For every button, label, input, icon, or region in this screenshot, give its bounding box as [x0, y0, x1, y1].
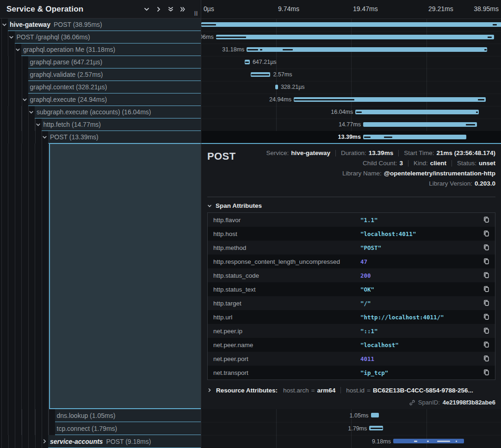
- timeline-row[interactable]: 9.18ms: [201, 435, 501, 448]
- span-attributes-header[interactable]: Span Attributes: [207, 202, 495, 209]
- chevron-down-icon: [207, 204, 212, 208]
- child-span-marker: [384, 137, 392, 138]
- tick-label: 29.21ms: [428, 5, 453, 12]
- attribute-value: "1.1": [360, 217, 483, 224]
- timeline-row[interactable]: 328.21µs: [201, 81, 501, 94]
- tree-row[interactable]: graphql.operation Me (31.18ms): [0, 44, 201, 56]
- tree-row[interactable]: graphql.context (328.21µs): [0, 81, 201, 93]
- timeline-row[interactable]: [201, 19, 501, 31]
- tree-row[interactable]: service-accountsPOST (9.18ms): [0, 435, 201, 448]
- span-bar[interactable]: [275, 85, 278, 89]
- span-bar[interactable]: [371, 413, 379, 417]
- copy-icon[interactable]: [483, 286, 490, 293]
- copy-icon[interactable]: [483, 313, 490, 321]
- start-time-value: 21ms (23:56:48.174): [436, 149, 495, 156]
- duration-label: 36.06ms: [201, 31, 214, 44]
- span-name: dns.lookup (1.05ms): [55, 409, 201, 422]
- timeline-row[interactable]: 36.06ms: [201, 31, 501, 44]
- tree-row[interactable]: dns.lookup (1.05ms): [0, 409, 201, 422]
- timeline-row[interactable]: 647.21µs: [201, 56, 501, 69]
- duration-label: 14.77ms: [339, 118, 361, 131]
- timeline-row[interactable]: 24.94ms: [201, 93, 501, 106]
- span-bar[interactable]: [363, 135, 466, 139]
- copy-icon[interactable]: [483, 216, 490, 224]
- duration-label: 16.04ms: [331, 106, 353, 118]
- attribute-row: http.target"/": [208, 296, 495, 310]
- duration-label: 9.18ms: [372, 435, 391, 448]
- copy-icon[interactable]: [483, 355, 490, 362]
- span-name: http.fetch (14.77ms): [42, 118, 201, 131]
- attribute-key: net.peer.name: [213, 342, 360, 348]
- tick-label: 38.95ms: [474, 5, 499, 12]
- timeline-row[interactable]: 1.05ms: [201, 409, 501, 423]
- duration-label: Duration:: [341, 149, 366, 156]
- operation-label: graphql.validate (2.57ms): [30, 71, 103, 78]
- child-span-marker: [478, 99, 484, 100]
- child-span-marker: [493, 24, 497, 25]
- tree-row[interactable]: POST /graphql (36.06ms): [0, 31, 201, 44]
- copy-icon[interactable]: [483, 258, 490, 265]
- chevron-down-icon[interactable]: [36, 122, 41, 127]
- collapse-all-icon[interactable]: [165, 4, 177, 15]
- operation-label: graphql.parse (647.21µs): [30, 58, 103, 66]
- attribute-key: http.flavor: [213, 217, 360, 224]
- copy-icon[interactable]: [483, 369, 490, 376]
- indent-guides: [1, 118, 36, 131]
- tree-row[interactable]: tcp.connect (1.79ms): [0, 422, 201, 435]
- tree-row[interactable]: graphql.parse (647.21µs): [0, 56, 201, 68]
- panel-resize-handle[interactable]: ||: [194, 10, 198, 16]
- span-bar[interactable]: [216, 35, 494, 39]
- span-attributes-table: http.flavor"1.1" http.host"localhost:401…: [207, 212, 495, 380]
- duration-label: 2.57ms: [273, 68, 292, 81]
- span-name: graphql.operation Me (31.18ms): [21, 44, 201, 56]
- indent-guides: [1, 106, 29, 118]
- divider: [335, 150, 336, 156]
- tree-row[interactable]: hive-gatewayPOST (38.95ms): [0, 19, 201, 31]
- tree-row[interactable]: POST (13.39ms): [0, 131, 201, 143]
- resource-attributes-row[interactable]: Resource Attributes: host.arch = arm64 h…: [207, 386, 495, 395]
- timeline-row[interactable]: 14.77ms: [201, 118, 501, 131]
- indent-guides: [1, 31, 9, 44]
- copy-icon[interactable]: [483, 299, 490, 307]
- timeline-row[interactable]: 13.39ms: [201, 131, 501, 144]
- operation-label: graphql.execute (24.94ms): [30, 96, 107, 103]
- copy-icon[interactable]: [483, 272, 490, 279]
- copy-icon[interactable]: [483, 244, 490, 251]
- tree-row[interactable]: subgraph.execute (accounts) (16.04ms): [0, 106, 201, 118]
- chevron-down-icon[interactable]: [2, 22, 7, 27]
- copy-icon[interactable]: [483, 341, 490, 348]
- chevron-down-icon[interactable]: [22, 97, 27, 102]
- expand-all-icon[interactable]: [177, 4, 189, 15]
- copy-icon[interactable]: [483, 327, 490, 335]
- child-count-label: Child Count:: [363, 160, 397, 167]
- expand-one-icon[interactable]: [153, 4, 165, 15]
- timeline-row[interactable]: 31.18ms: [201, 44, 501, 56]
- service-value: hive-gateway: [291, 149, 330, 156]
- chevron-down-icon[interactable]: [29, 110, 34, 115]
- operation-label: POST (38.95ms): [54, 21, 102, 28]
- span-name: graphql.context (328.21µs): [28, 81, 201, 93]
- chevron-down-icon[interactable]: [15, 47, 20, 52]
- child-span-marker: [356, 112, 362, 113]
- span-bar[interactable]: [201, 22, 501, 27]
- child-span-marker: [456, 441, 457, 442]
- timeline-row[interactable]: 16.04ms: [201, 106, 501, 119]
- chevron-right-icon[interactable]: [42, 439, 47, 444]
- copy-icon[interactable]: [483, 230, 490, 237]
- span-bar[interactable]: [355, 110, 479, 114]
- operation-label: http.fetch (14.77ms): [43, 121, 101, 128]
- collapse-one-icon[interactable]: [141, 4, 153, 15]
- child-span-marker: [476, 112, 478, 113]
- timeline-row[interactable]: 2.57ms: [201, 68, 501, 81]
- indent-guides: [1, 44, 16, 56]
- attribute-value: 47: [360, 258, 483, 265]
- span-bar[interactable]: [363, 122, 477, 127]
- tree-row[interactable]: http.fetch (14.77ms): [0, 118, 201, 131]
- duration-label: 328.21µs: [281, 81, 305, 93]
- chevron-down-icon[interactable]: [9, 35, 14, 40]
- tree-row[interactable]: graphql.validate (2.57ms): [0, 68, 201, 81]
- chevron-down-icon[interactable]: [42, 135, 47, 140]
- timeline-row[interactable]: 1.79ms: [201, 422, 501, 436]
- link-icon[interactable]: [409, 399, 415, 406]
- tree-row[interactable]: graphql.execute (24.94ms): [0, 93, 201, 106]
